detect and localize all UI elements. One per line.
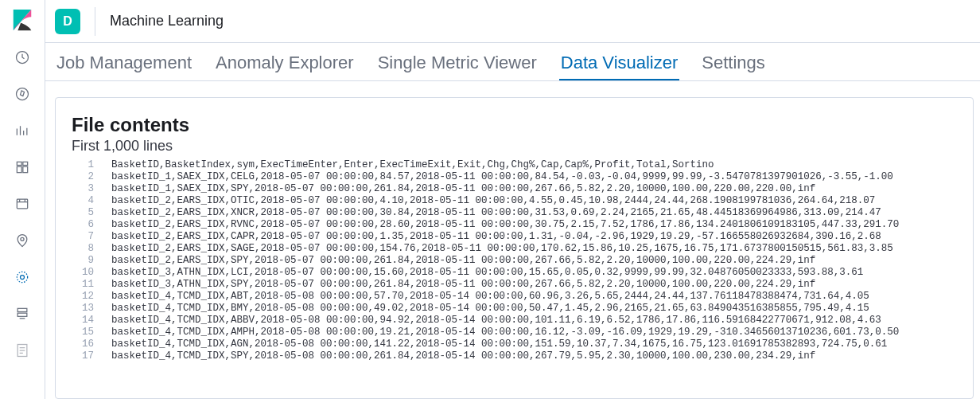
svg-rect-10	[18, 308, 27, 311]
timelion-icon[interactable]	[6, 188, 38, 220]
line-number: 17	[72, 350, 111, 362]
kibana-logo[interactable]	[10, 8, 34, 32]
left-nav-rail	[0, 0, 45, 399]
line-text: basketID_2,EARS_IDX,SPY,2018-05-07 00:00…	[111, 255, 957, 267]
line-text: basketID_2,EARS_IDX,OTIC,2018-05-07 00:0…	[111, 195, 957, 207]
logs-icon[interactable]	[6, 334, 38, 366]
file-line: 2basketID_1,SAEX_IDX,CELG,2018-05-07 00:…	[72, 171, 957, 183]
line-text: basketID_1,SAEX_IDX,SPY,2018-05-07 00:00…	[111, 183, 957, 195]
compass-icon[interactable]	[6, 78, 38, 110]
panel-subtitle: First 1,000 lines	[72, 138, 957, 155]
file-line: 3basketID_1,SAEX_IDX,SPY,2018-05-07 00:0…	[72, 183, 957, 195]
line-text: basketID_2,EARS_IDX,XNCR,2018-05-07 00:0…	[111, 207, 957, 219]
file-line: 1BasketID,BasketIndex,sym,ExecTimeEnter,…	[72, 159, 957, 171]
svg-rect-5	[23, 166, 28, 173]
line-number: 2	[72, 171, 111, 183]
file-line: 7basketID_2,EARS_IDX,CAPR,2018-05-07 00:…	[72, 231, 957, 243]
line-number: 16	[72, 338, 111, 350]
line-text: basketID_3,ATHN_IDX,SPY,2018-05-07 00:00…	[111, 279, 957, 291]
file-line: 9basketID_2,EARS_IDX,SPY,2018-05-07 00:0…	[72, 255, 957, 267]
file-contents-panel: File contents First 1,000 lines 1BasketI…	[55, 97, 974, 399]
file-lines: 1BasketID,BasketIndex,sym,ExecTimeEnter,…	[72, 159, 957, 398]
line-number: 7	[72, 231, 111, 243]
line-number: 15	[72, 327, 111, 338]
topbar: D Machine Learning	[45, 0, 980, 43]
line-text: basketID_4,TCMD_IDX,AMPH,2018-05-08 00:0…	[111, 327, 957, 338]
line-number: 9	[72, 255, 111, 267]
file-line: 15basketID_4,TCMD_IDX,AMPH,2018-05-08 00…	[72, 327, 957, 338]
file-line: 6basketID_2,EARS_IDX,RVNC,2018-05-07 00:…	[72, 219, 957, 231]
file-line: 11basketID_3,ATHN_IDX,SPY,2018-05-07 00:…	[72, 279, 957, 291]
svg-point-7	[21, 237, 24, 241]
line-text: basketID_4,TCMD_IDX,ABT,2018-05-08 00:00…	[111, 291, 957, 303]
visualize-icon[interactable]	[6, 115, 38, 147]
line-number: 13	[72, 303, 111, 315]
file-line: 5basketID_2,EARS_IDX,XNCR,2018-05-07 00:…	[72, 207, 957, 219]
ml-icon[interactable]	[6, 261, 38, 293]
tab-data-visualizer[interactable]: Data Visualizer	[559, 53, 680, 80]
line-text: BasketID,BasketIndex,sym,ExecTimeEnter,E…	[111, 159, 957, 171]
maps-icon[interactable]	[6, 225, 38, 256]
line-text: basketID_2,EARS_IDX,CAPR,2018-05-07 00:0…	[111, 231, 957, 243]
tab-job-management[interactable]: Job Management	[55, 53, 193, 80]
dashboard-icon[interactable]	[6, 151, 38, 183]
line-text: basketID_2,EARS_IDX,RVNC,2018-05-07 00:0…	[111, 219, 957, 231]
line-text: basketID_1,SAEX_IDX,CELG,2018-05-07 00:0…	[111, 171, 957, 183]
file-line: 10basketID_3,ATHN_IDX,LCI,2018-05-07 00:…	[72, 267, 957, 279]
line-number: 5	[72, 207, 111, 219]
line-number: 6	[72, 219, 111, 231]
line-text: basketID_4,TCMD_IDX,ABBV,2018-05-08 00:0…	[111, 315, 957, 327]
line-text: basketID_2,EARS_IDX,SAGE,2018-05-07 00:0…	[111, 243, 957, 255]
line-text: basketID_3,ATHN_IDX,LCI,2018-05-07 00:00…	[111, 267, 957, 279]
svg-rect-3	[23, 162, 28, 165]
line-number: 11	[72, 279, 111, 291]
file-line: 14basketID_4,TCMD_IDX,ABBV,2018-05-08 00…	[72, 315, 957, 327]
infra-icon[interactable]	[6, 298, 38, 330]
file-line: 13basketID_4,TCMD_IDX,BMY,2018-05-08 00:…	[72, 303, 957, 315]
line-text: basketID_4,TCMD_IDX,AGN,2018-05-08 00:00…	[111, 338, 957, 350]
line-number: 1	[72, 159, 111, 171]
app-title: Machine Learning	[110, 13, 224, 29]
line-number: 12	[72, 291, 111, 303]
space-badge[interactable]: D	[55, 9, 80, 34]
panel-title: File contents	[72, 114, 957, 136]
file-line: 16basketID_4,TCMD_IDX,AGN,2018-05-08 00:…	[72, 338, 957, 350]
line-text: basketID_4,TCMD_IDX,SPY,2018-05-08 00:00…	[111, 350, 957, 362]
file-line: 17basketID_4,TCMD_IDX,SPY,2018-05-08 00:…	[72, 350, 957, 362]
svg-rect-11	[18, 313, 27, 316]
file-line: 8basketID_2,EARS_IDX,SAGE,2018-05-07 00:…	[72, 243, 957, 255]
tabs: Job ManagementAnomaly ExplorerSingle Met…	[45, 43, 980, 81]
line-number: 14	[72, 315, 111, 327]
line-number: 8	[72, 243, 111, 255]
line-number: 10	[72, 267, 111, 279]
line-text: basketID_4,TCMD_IDX,BMY,2018-05-08 00:00…	[111, 303, 957, 315]
svg-point-9	[21, 276, 25, 280]
svg-rect-4	[17, 166, 21, 173]
line-number: 4	[72, 195, 111, 207]
tab-single-metric-viewer[interactable]: Single Metric Viewer	[376, 53, 539, 80]
svg-rect-2	[17, 162, 21, 165]
svg-rect-6	[17, 199, 27, 209]
clock-icon[interactable]	[6, 41, 38, 73]
file-line: 12basketID_4,TCMD_IDX,ABT,2018-05-08 00:…	[72, 291, 957, 303]
svg-point-1	[17, 88, 29, 100]
line-number: 3	[72, 183, 111, 195]
file-line: 4basketID_2,EARS_IDX,OTIC,2018-05-07 00:…	[72, 195, 957, 207]
divider	[95, 7, 95, 36]
svg-point-8	[17, 272, 27, 282]
tab-anomaly-explorer[interactable]: Anomaly Explorer	[214, 53, 356, 80]
tab-settings[interactable]: Settings	[700, 53, 767, 80]
content: File contents First 1,000 lines 1BasketI…	[45, 81, 980, 399]
main-area: D Machine Learning Job ManagementAnomaly…	[45, 0, 980, 399]
